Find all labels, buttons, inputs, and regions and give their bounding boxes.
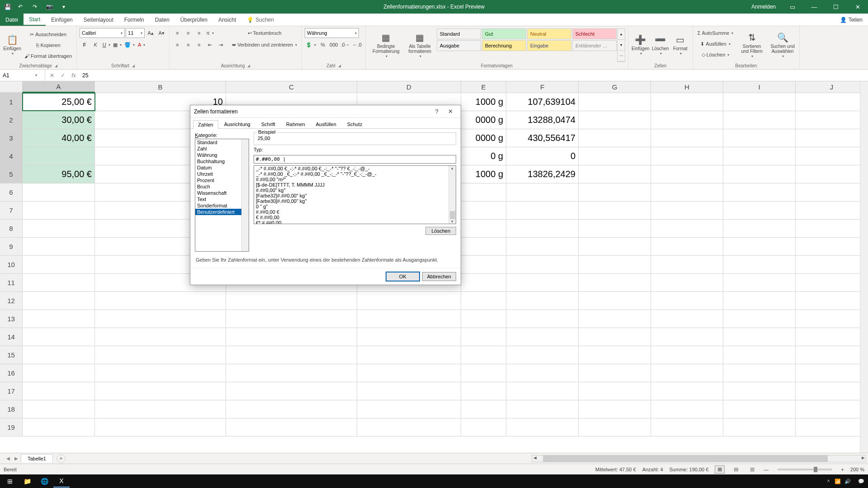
dialog-tab-number[interactable]: Zahlen — [193, 120, 218, 129]
cell[interactable] — [506, 256, 579, 273]
cell[interactable] — [95, 400, 226, 418]
cell[interactable] — [461, 310, 506, 328]
cell[interactable] — [23, 220, 95, 237]
format-code-item[interactable]: [Farbe30]#.##0,00" kg" — [254, 198, 456, 204]
align-top-button[interactable]: ≡ — [172, 28, 182, 38]
cell[interactable] — [723, 328, 796, 346]
cell[interactable] — [796, 238, 868, 255]
category-item[interactable]: Datum — [195, 164, 249, 171]
format-code-item[interactable]: #.##0,00" kg" — [254, 188, 456, 193]
format-as-table-button[interactable]: ▦Als Tabelle formatieren▾ — [404, 28, 436, 62]
cell[interactable] — [461, 202, 506, 219]
cell[interactable] — [95, 292, 226, 310]
align-left-button[interactable]: ≡ — [172, 40, 182, 50]
cell[interactable]: 0000 g — [461, 111, 506, 129]
sheet-nav-next[interactable]: ▶ — [13, 456, 20, 461]
category-item[interactable]: Text — [195, 196, 249, 202]
cell[interactable] — [506, 238, 579, 255]
cell[interactable] — [226, 400, 357, 418]
tray-volume-icon[interactable]: 🔊 — [844, 479, 851, 484]
cell[interactable] — [357, 364, 461, 382]
cell[interactable] — [23, 147, 95, 165]
cell[interactable] — [461, 274, 506, 291]
excel-taskbar-icon[interactable]: X — [53, 475, 70, 488]
cell[interactable] — [23, 310, 95, 328]
category-item[interactable]: Sonderformat — [195, 202, 249, 209]
cell[interactable] — [461, 256, 506, 273]
italic-button[interactable]: K — [90, 40, 100, 50]
minimize-icon[interactable]: — — [804, 0, 825, 14]
merge-center-button[interactable]: ⬌Verbinden und zentrieren▾ — [230, 40, 299, 50]
cell[interactable] — [796, 400, 868, 418]
vertical-scrollbar[interactable] — [860, 81, 868, 453]
name-box[interactable]: ▾ — [0, 70, 45, 81]
cell[interactable] — [226, 418, 357, 436]
cell[interactable] — [579, 165, 651, 183]
cell[interactable] — [23, 256, 95, 273]
style-output[interactable]: Ausgabe — [437, 40, 481, 51]
increase-font-button[interactable]: A▴ — [146, 28, 156, 38]
fill-button[interactable]: ⬇Ausfüllen▾ — [696, 39, 735, 49]
cell[interactable] — [95, 382, 226, 400]
cell[interactable] — [226, 346, 357, 364]
dialog-launcher-icon[interactable]: ◢ — [247, 64, 250, 68]
cell[interactable] — [579, 382, 651, 400]
delete-format-button[interactable]: Löschen — [425, 227, 456, 235]
col-header-A[interactable]: A — [23, 81, 95, 93]
dialog-launcher-icon[interactable]: ◢ — [55, 64, 57, 68]
cell[interactable] — [723, 310, 796, 328]
percent-button[interactable]: % — [318, 40, 328, 50]
cell[interactable] — [651, 93, 723, 111]
tab-data[interactable]: Daten — [150, 14, 175, 26]
cell[interactable] — [23, 364, 95, 382]
close-icon[interactable]: ✕ — [847, 0, 868, 14]
cell[interactable] — [23, 238, 95, 255]
col-header-I[interactable]: I — [723, 81, 796, 93]
row-header[interactable]: 15 — [0, 346, 23, 364]
cell[interactable] — [579, 183, 651, 201]
row-header[interactable]: 6 — [0, 183, 23, 201]
ribbon-options-icon[interactable]: ▭ — [782, 0, 803, 14]
cell[interactable]: 107,639104 — [506, 93, 579, 111]
cell[interactable] — [579, 310, 651, 328]
cell[interactable] — [723, 238, 796, 255]
format-code-item[interactable]: 0 " g" — [254, 204, 456, 209]
cell[interactable] — [579, 256, 651, 273]
cell[interactable] — [651, 364, 723, 382]
row-header[interactable]: 7 — [0, 202, 23, 219]
cell[interactable] — [796, 93, 868, 111]
cell[interactable]: 0 — [506, 147, 579, 165]
cell[interactable] — [579, 328, 651, 346]
cell[interactable]: 30,00 € — [23, 111, 95, 129]
format-code-item[interactable]: €* #.##0,00 — [254, 220, 456, 224]
cell[interactable] — [796, 328, 868, 346]
tell-me-search[interactable]: 💡Suchen — [241, 14, 279, 26]
cell[interactable] — [579, 147, 651, 165]
cell[interactable] — [506, 274, 579, 291]
row-header[interactable]: 12 — [0, 292, 23, 310]
indent-increase-button[interactable]: ⇥ — [216, 40, 226, 50]
cell[interactable] — [723, 93, 796, 111]
cell[interactable] — [651, 238, 723, 255]
align-center-button[interactable]: ≡ — [183, 40, 193, 50]
find-select-button[interactable]: 🔍Suchen und Auswählen▾ — [769, 28, 797, 62]
cell[interactable]: 0000 g — [461, 129, 506, 147]
format-code-item[interactable]: _-* #.##0,00 _€_-;-* #.##0,00 _€_-;_-* "… — [254, 171, 456, 177]
cell[interactable] — [796, 129, 868, 147]
cell[interactable] — [357, 310, 461, 328]
cell[interactable] — [796, 382, 868, 400]
cell[interactable]: 1000 g — [461, 165, 506, 183]
cell[interactable] — [23, 274, 95, 291]
col-header-B[interactable]: B — [95, 81, 226, 93]
category-item[interactable]: Benutzerdefiniert — [195, 209, 249, 215]
cell[interactable] — [651, 165, 723, 183]
cell[interactable] — [23, 400, 95, 418]
row-header[interactable]: 1 — [0, 93, 23, 111]
cell[interactable] — [23, 183, 95, 201]
dialog-launcher-icon[interactable]: ◢ — [338, 64, 341, 68]
category-item[interactable]: Buchhaltung — [195, 158, 249, 164]
confirm-edit-icon[interactable]: ✓ — [58, 72, 68, 79]
qat-customize-icon[interactable]: ▾ — [58, 1, 70, 12]
cell[interactable] — [461, 364, 506, 382]
bold-button[interactable]: F — [80, 40, 90, 50]
